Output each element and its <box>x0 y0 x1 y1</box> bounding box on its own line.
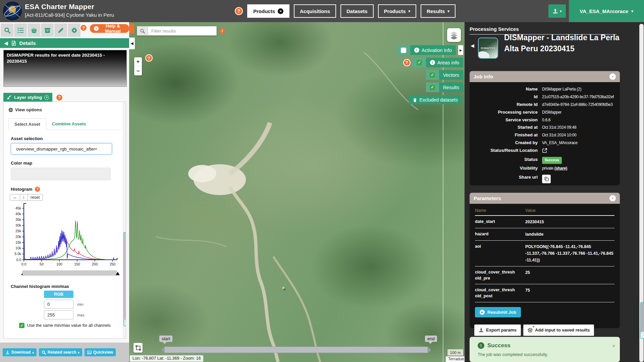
histogram-pan-h-button[interactable]: ↔ <box>10 194 20 201</box>
tool-gear-button[interactable] <box>68 23 80 37</box>
tab-select-asset[interactable]: Select Asset <box>8 118 46 130</box>
copy-share-url-button[interactable] <box>542 175 551 183</box>
panel-scrollbar[interactable] <box>639 24 644 362</box>
collapse-chevron-icon[interactable]: ▾ <box>609 73 616 80</box>
histogram-reset-button[interactable]: reset <box>28 194 43 201</box>
checkbox-checked[interactable]: ✓ <box>430 72 435 78</box>
chevron-down-icon: ▾ <box>44 95 49 100</box>
map-attribution[interactable]: Terradue <box>446 356 465 362</box>
layer-toggle-vectors[interactable]: ✓Vectors <box>426 70 463 80</box>
basket-icon <box>528 327 533 333</box>
histogram-help-icon[interactable]: ? <box>35 186 40 192</box>
timeline-slider[interactable] <box>164 347 428 353</box>
max-row: max <box>44 310 126 319</box>
map-canvas[interactable]: i + − ? iActivation info▶?✓iAreas info✓V… <box>129 22 465 362</box>
result-title-box[interactable]: DISMAPPER results for event date 2023041… <box>3 50 127 87</box>
tool-pencil-button[interactable] <box>54 23 67 37</box>
svg-text:15k: 15k <box>15 240 21 244</box>
checkbox-checked-icon[interactable]: ✓ <box>19 323 24 328</box>
layer-styling-help-icon[interactable]: ? <box>56 94 63 101</box>
job-info-id: Id21c07515-a20b-4290-bc37-79d753ba32ef <box>475 94 614 100</box>
layer-toggle-activation-info[interactable]: iActivation info <box>397 45 456 55</box>
nav-tab-acquisitions-1[interactable]: Acquisitions <box>294 4 336 18</box>
svg-text:100: 100 <box>56 262 62 266</box>
layer-toggle-results[interactable]: ✓Results <box>426 82 463 92</box>
tool-archive-button[interactable] <box>41 23 54 37</box>
draw-extent-button[interactable] <box>133 343 143 353</box>
related-search-button[interactable]: Related search▴ <box>39 348 82 356</box>
add-input-saved-results-button[interactable]: Add input to saved results <box>523 324 594 336</box>
param-aoi: aoiPOLYGON((-76.845 -11.41,-76.845 -11.3… <box>475 241 614 266</box>
checkbox-checked[interactable]: ✓ <box>430 85 435 90</box>
dismapper-thumbnail[interactable]: DISMAPPER <box>478 38 498 59</box>
asset-select[interactable]: overview_dismapper_rgb_mosaic_after ▾ <box>11 143 112 155</box>
tab-combine-assets[interactable]: Combine Assets <box>46 118 92 130</box>
view-options[interactable]: View options <box>8 107 126 112</box>
share-link[interactable]: (share) <box>554 166 567 171</box>
toolbar-help-icon[interactable]: ? <box>80 24 87 32</box>
basket-icon <box>31 27 37 34</box>
color-map-select[interactable] <box>11 168 111 180</box>
back-arrow-icon[interactable]: ◀ <box>4 40 8 46</box>
rgb-channel-button[interactable]: RGB <box>44 291 73 298</box>
result-marker[interactable] <box>282 287 286 290</box>
same-minmax-checkbox-row[interactable]: ✓ Use the same min/max value for all cha… <box>19 323 126 328</box>
user-menu-button[interactable]: VA_ESA_MArcorace ▾ <box>569 0 644 22</box>
checkbox-unchecked[interactable] <box>401 48 406 53</box>
download-button[interactable]: Download▴ <box>3 348 37 356</box>
slider-handle-right[interactable] <box>116 272 120 275</box>
quickview-button[interactable]: Quickview <box>85 348 116 356</box>
filter-info-icon[interactable]: i <box>219 28 225 34</box>
parameters-table: Name Value date_start20230415hazardlands… <box>470 204 620 302</box>
max-input[interactable] <box>44 310 73 319</box>
upload-button[interactable]: ▾ <box>548 4 566 18</box>
external-link-icon[interactable] <box>542 148 547 153</box>
job-info-header[interactable]: Job Info ▾ <box>470 71 620 82</box>
nav-tab-products-3[interactable]: Products▾ <box>378 4 417 18</box>
timeline-left-handle[interactable] <box>161 347 164 353</box>
nav-tab-products-0[interactable]: Products× <box>247 4 289 18</box>
help-manual-button[interactable]: i Help & Manual <box>90 24 129 33</box>
caret-down-icon: ▾ <box>560 9 562 13</box>
globe-icon <box>8 108 13 112</box>
map-help-icon[interactable]: ? <box>145 54 153 62</box>
job-info-started-at: Started atOct 31st 2024 09:48 <box>475 125 614 130</box>
layer-expander-icon[interactable]: ▶ <box>458 45 463 55</box>
layer-toggle-areas-info[interactable]: ✓iAreas info <box>413 58 463 67</box>
search-icon[interactable] <box>137 26 148 36</box>
tool-search-button[interactable] <box>1 23 13 37</box>
slider-track[interactable] <box>22 270 117 276</box>
nav-tab-datasets-2[interactable]: Datasets <box>340 4 374 18</box>
export-params-button[interactable]: Export params <box>474 324 521 336</box>
resubmit-job-button[interactable]: ▶ Resubmit Job <box>475 307 521 317</box>
panel-scrollbar[interactable] <box>123 102 126 338</box>
checkbox-checked[interactable]: ✓ <box>417 60 422 65</box>
alert-close-icon[interactable]: × <box>612 343 615 349</box>
tool-basket-button[interactable] <box>28 23 40 37</box>
excluded-datasets-button[interactable]: Excluded datasets <box>409 95 462 104</box>
min-input[interactable] <box>44 300 73 309</box>
timeline-right-handle[interactable] <box>428 347 431 353</box>
zoom-out-button[interactable]: − <box>134 66 142 75</box>
histogram-pan-v-button[interactable]: ↕ <box>20 194 28 201</box>
filter-results-input[interactable] <box>148 26 217 36</box>
layer-help-icon[interactable]: ? <box>403 59 411 66</box>
nav-tab-results-4[interactable]: Results▾ <box>421 4 455 18</box>
nav-help-icon[interactable]: ? <box>235 7 243 15</box>
title-block: ESA Charter Mapper [Act-811/Call-934] Cy… <box>25 3 114 18</box>
panel-back-arrow[interactable]: ◀ <box>471 43 474 48</box>
sidebar-collapse-button[interactable]: ◀ <box>129 38 135 49</box>
zoom-in-button[interactable]: + <box>134 57 142 66</box>
layers-button[interactable] <box>447 28 461 42</box>
svg-text:25k: 25k <box>15 229 21 233</box>
collapse-chevron-icon[interactable]: ▾ <box>609 195 616 201</box>
parameters-header[interactable]: Parameters ▾ <box>470 193 620 204</box>
close-icon[interactable]: × <box>278 8 283 14</box>
alert-message: The job was completed successfully. <box>470 349 620 357</box>
charter-logo[interactable] <box>3 1 22 21</box>
layer-toggle-list: iActivation info▶?✓iAreas info✓Vectors✓R… <box>397 45 463 92</box>
edge-notification-tab[interactable] <box>129 23 134 34</box>
layer-styling-button[interactable]: Layer styling ▾ <box>3 93 52 102</box>
sidebar-footer: Download▴Related search▴Quickview <box>0 343 129 362</box>
tool-list-button[interactable] <box>14 23 27 37</box>
